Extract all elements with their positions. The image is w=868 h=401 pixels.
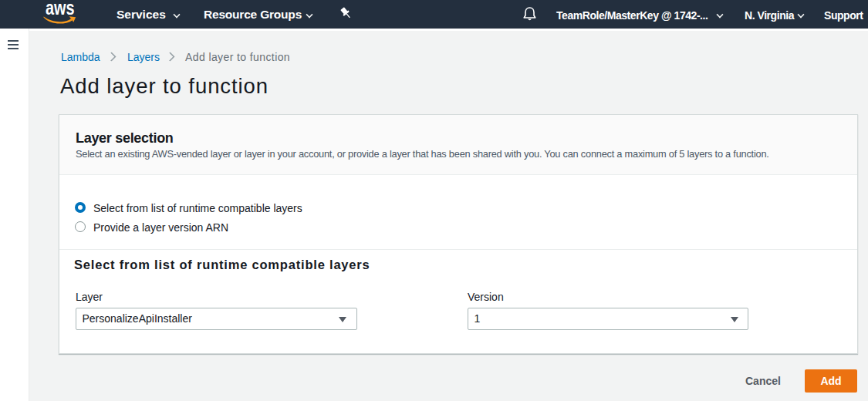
svg-text:aws: aws <box>46 2 75 19</box>
